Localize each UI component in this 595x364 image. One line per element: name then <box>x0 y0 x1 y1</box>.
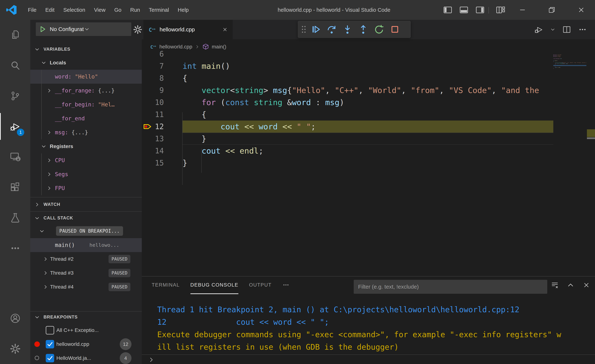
minimize-icon[interactable] <box>518 6 527 14</box>
restart-button[interactable] <box>371 23 387 36</box>
activity-item-search[interactable] <box>0 50 30 81</box>
chevron-down-icon[interactable] <box>550 27 555 32</box>
variable-row[interactable]: __for_range: {...} <box>30 84 142 98</box>
variable-row[interactable]: Segs <box>30 167 142 181</box>
close-panel-icon[interactable] <box>582 281 590 289</box>
toggle-sidebar-icon[interactable] <box>443 5 453 15</box>
toggle-secondary-sidebar-icon[interactable] <box>475 5 485 15</box>
panel-tab-output[interactable]: OUTPUT <box>249 276 272 294</box>
code-line-15[interactable]: 15} <box>142 157 595 169</box>
activity-item-source-control[interactable] <box>0 81 30 111</box>
code-line-8[interactable]: 8{ <box>142 72 595 84</box>
tab-helloworld-cpp[interactable]: C++ helloworld.cpp <box>143 20 233 39</box>
activity-item-manage[interactable] <box>0 334 30 364</box>
toggle-panel-icon[interactable] <box>459 5 469 15</box>
code-token: : <box>311 98 325 107</box>
activity-item-additional-views[interactable] <box>0 233 30 263</box>
thread-row-4[interactable]: Thread #4PAUSED <box>30 280 142 294</box>
section-header-breakpoints[interactable]: BREAKPOINTS <box>30 312 142 322</box>
line-number[interactable]: 12 <box>142 121 164 133</box>
code-line-12[interactable]: 12 cout << word << " "; <box>142 121 595 133</box>
menu-run[interactable]: Run <box>126 0 144 20</box>
breakpoint-row[interactable]: All C++ Exceptio... <box>30 323 142 337</box>
code-line-10[interactable]: 10 for (const string &word : msg) <box>142 96 595 109</box>
activity-item-extensions[interactable] <box>0 172 30 203</box>
line-number[interactable]: 8 <box>142 72 164 84</box>
section-header-call-stack[interactable]: CALL STACK <box>30 213 142 223</box>
code-line-14[interactable]: 14 cout << endl; <box>142 145 595 157</box>
line-number[interactable]: 6 <box>142 48 164 60</box>
stop-button[interactable] <box>387 23 403 36</box>
debug-settings-gear-icon[interactable] <box>133 25 142 34</box>
line-number[interactable]: 14 <box>142 145 164 157</box>
variable-row[interactable]: __for_begin: "Hel… <box>30 98 142 111</box>
variable-row[interactable]: FPU <box>30 181 142 195</box>
menu-help[interactable]: Help <box>173 0 193 20</box>
breakpoint-row[interactable]: helloworld.cpp12 <box>30 337 142 351</box>
remote-explorer-icon <box>10 151 21 162</box>
close-tab-icon[interactable] <box>222 27 228 33</box>
activity-item-run-and-debug[interactable]: 1 <box>0 111 30 142</box>
continue-button[interactable] <box>308 23 324 36</box>
step-into-button[interactable] <box>340 23 355 36</box>
variable-row[interactable]: word: "Hello" <box>30 70 142 84</box>
menu-edit[interactable]: Edit <box>41 0 59 20</box>
more-panel-views[interactable] <box>282 276 290 294</box>
title-bar: FileEditSelectionViewGoRunTerminalHelp h… <box>0 0 595 20</box>
restore-icon[interactable] <box>548 6 556 14</box>
code-editor[interactable]: 67int main()8{9 vector<string> msg{"Hell… <box>142 48 595 169</box>
debug-config-dropdown[interactable]: No Configurat <box>36 22 131 36</box>
menu-selection[interactable]: Selection <box>59 0 90 20</box>
menu-file[interactable]: File <box>23 0 41 20</box>
breakpoint-checkbox[interactable] <box>46 340 54 348</box>
stack-frame-row[interactable]: main()hellowo... <box>30 238 142 252</box>
variable-row[interactable]: CPU <box>30 153 142 167</box>
console-filter-input[interactable] <box>354 280 547 294</box>
section-header-watch[interactable]: WATCH <box>30 199 142 210</box>
menu-terminal[interactable]: Terminal <box>144 0 173 20</box>
code-line-7[interactable]: 7int main() <box>142 60 595 72</box>
minimap[interactable]: #include <iostream>#include <vector>#inc… <box>553 54 586 109</box>
close-window-icon[interactable] <box>577 6 585 14</box>
split-editor-icon[interactable] <box>562 25 571 34</box>
code-line-13[interactable]: 13 } <box>142 133 595 145</box>
line-number[interactable]: 11 <box>142 109 164 121</box>
breakpoint-checkbox[interactable] <box>46 326 54 335</box>
code-line-9[interactable]: 9 vector<string> msg{"Hello", "C++", "Wo… <box>142 84 595 96</box>
panel-tab-terminal[interactable]: TERMINAL <box>152 276 180 294</box>
start-debug-icon[interactable] <box>39 25 46 33</box>
activity-item-accounts[interactable] <box>0 303 30 334</box>
menu-go[interactable]: Go <box>110 0 126 20</box>
variable-row[interactable]: msg: {...} <box>30 125 142 139</box>
section-header-variables[interactable]: VARIABLES <box>30 44 142 54</box>
more-actions-icon[interactable] <box>578 25 587 34</box>
debug-run-icon[interactable] <box>534 25 543 34</box>
code-line-11[interactable]: 11 { <box>142 109 595 121</box>
variable-row[interactable]: __for_end <box>30 111 142 125</box>
call-stack-session-row[interactable]: PAUSED ON BREAKPOI... <box>30 224 142 238</box>
line-number[interactable]: 15 <box>142 157 164 169</box>
activity-item-explorer[interactable] <box>0 20 30 50</box>
line-number[interactable]: 10 <box>142 96 164 109</box>
drag-grip-icon[interactable] <box>299 23 308 35</box>
panel-tab-debug-console[interactable]: DEBUG CONSOLE <box>191 276 239 294</box>
debug-console-output[interactable]: Thread 1 hit Breakpoint 2, main () at C:… <box>157 303 561 353</box>
line-number[interactable]: 13 <box>142 133 164 145</box>
activity-item-remote-explorer[interactable] <box>0 142 30 172</box>
code-line-6[interactable]: 6 <box>142 48 595 60</box>
scope-row-locals[interactable]: Locals <box>30 56 142 70</box>
line-number[interactable]: 9 <box>142 84 164 96</box>
breakpoint-row[interactable]: HelloWorld.ja...4 <box>30 351 142 364</box>
customize-layout-icon[interactable] <box>496 5 505 15</box>
thread-row-3[interactable]: Thread #3PAUSED <box>30 266 142 280</box>
clear-console-icon[interactable] <box>551 281 559 289</box>
scope-row-registers[interactable]: Registers <box>30 139 142 153</box>
menu-view[interactable]: View <box>90 0 110 20</box>
thread-row-2[interactable]: Thread #2PAUSED <box>30 252 142 266</box>
step-over-button[interactable] <box>324 23 340 36</box>
maximize-panel-icon[interactable] <box>567 281 574 289</box>
breakpoint-checkbox[interactable] <box>46 354 54 362</box>
step-out-button[interactable] <box>355 23 371 36</box>
line-number[interactable]: 7 <box>142 60 164 72</box>
activity-item-testing[interactable] <box>0 203 30 233</box>
